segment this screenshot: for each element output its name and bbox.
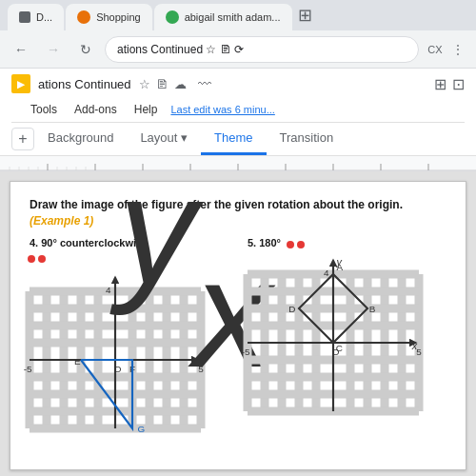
svg-text:G: G	[137, 423, 145, 433]
waveform-icon: 〰	[198, 76, 211, 91]
svg-text:O: O	[114, 363, 122, 373]
tab3-label: abigail smith adam...	[185, 11, 281, 23]
toolbar-add-btn[interactable]: +	[11, 128, 34, 150]
last-edit: Last edit was 6 minu...	[170, 104, 274, 115]
tab2-label: Shopping	[96, 11, 141, 23]
svg-text:C: C	[336, 343, 343, 353]
star-icon[interactable]: ☆	[139, 77, 150, 91]
ext-icons: CX ⋮	[425, 39, 468, 60]
slides-title-row: ▶ ations Continued ☆ 🖹 ☁ 〰 ⊞ ⊡	[11, 74, 465, 97]
svg-text:5: 5	[416, 346, 422, 356]
tab-layout[interactable]: Layout ▾	[127, 123, 201, 155]
browser-chrome: D... Shopping abigail smith adam... ⊞ ← …	[0, 0, 476, 476]
address-text: ations Continued ☆ 🖹 ⟳	[117, 43, 244, 56]
svg-text:4: 4	[324, 267, 329, 277]
tab3-favicon	[166, 10, 179, 24]
slides-header: ▶ ations Continued ☆ 🖹 ☁ 〰 ⊞ ⊡ Tools Add…	[0, 69, 476, 123]
forward-button[interactable]: →	[40, 36, 67, 63]
cx-icon: CX	[425, 39, 446, 60]
back-button[interactable]: ←	[8, 36, 34, 63]
address-bar[interactable]: ations Continued ☆ 🖹 ⟳	[105, 36, 419, 63]
tab-1[interactable]: D...	[8, 4, 64, 30]
tab-background[interactable]: Background	[34, 123, 127, 155]
tab2-favicon	[77, 10, 90, 24]
tab-more-icon: ⊞	[298, 5, 312, 26]
svg-text:-5: -5	[242, 346, 250, 356]
ruler: // Rendered inline below as static marks	[0, 156, 476, 171]
red-dot-1	[28, 255, 35, 263]
svg-text:-5: -5	[24, 363, 32, 373]
last-edit-link[interactable]: Last edit was 6 minu...	[170, 104, 274, 115]
svg-text:y: y	[109, 171, 205, 315]
graph-4-svg: x y -5 5 F O 4 E	[30, 269, 201, 450]
svg-text:E: E	[74, 356, 81, 367]
tab1-favicon	[19, 11, 30, 23]
tab-transition[interactable]: Transition	[267, 123, 347, 155]
right-controls: ⊞ ⊡	[434, 75, 465, 93]
tab-bar: D... Shopping abigail smith adam... ⊞	[0, 0, 476, 30]
grid-icon[interactable]: ⊞	[434, 75, 446, 93]
menu-addons[interactable]: Add-ons	[67, 99, 125, 120]
slides-app-icon: ▶	[11, 74, 30, 93]
graph-5-container: x y -5 5 O 4 A	[248, 252, 446, 437]
menu-help[interactable]: Help	[127, 99, 166, 120]
address-bar-row: ← → ↻ ations Continued ☆ 🖹 ⟳ CX ⋮	[0, 30, 476, 69]
svg-text:A: A	[337, 262, 344, 272]
graph-5-svg: x y -5 5 O 4 A	[248, 252, 419, 433]
problem-5-label: 5. 180°	[248, 237, 281, 248]
red-dot-4	[297, 241, 305, 248]
red-dot-3	[287, 241, 294, 248]
title-icons: ☆ 🖹 ☁	[139, 77, 187, 91]
svg-text:4: 4	[106, 284, 111, 294]
red-dots-p4	[28, 255, 46, 263]
main-content: Draw the image of the figure after the g…	[0, 171, 476, 476]
problem-5: 5. 180°	[248, 237, 446, 454]
red-dots-p5	[287, 241, 305, 248]
svg-text:B: B	[369, 303, 376, 313]
graph-4-container: x y -5 5 F O 4 E	[30, 269, 228, 454]
menu-icon[interactable]: ⋮	[447, 39, 468, 60]
svg-text:5: 5	[198, 363, 204, 373]
refresh-button[interactable]: ↻	[72, 36, 99, 63]
slide-tab-bar: + Background Layout ▾ Theme Transition	[0, 123, 476, 156]
share-icon[interactable]: ⊡	[452, 75, 465, 93]
slide-content: Draw the image of the figure after the g…	[10, 181, 466, 470]
menu-tools[interactable]: Tools	[23, 99, 65, 120]
tab-3[interactable]: abigail smith adam...	[154, 4, 292, 30]
folder-icon[interactable]: 🖹	[156, 77, 169, 91]
doc-title: ations Continued	[38, 77, 131, 91]
tab-theme[interactable]: Theme	[201, 123, 266, 155]
problems-row: 4. 90° counterclockwise	[30, 237, 446, 454]
slide-title: Draw the image of the figure after the g…	[30, 197, 446, 229]
svg-text:D: D	[288, 303, 295, 313]
menu-bar: Tools Add-ons Help Last edit was 6 minu.…	[11, 97, 465, 123]
tab-2[interactable]: Shopping	[66, 4, 152, 30]
tab1-label: D...	[36, 11, 52, 23]
red-dot-2	[38, 255, 46, 263]
cloud-icon[interactable]: ☁	[174, 77, 187, 91]
problem-4: 4. 90° counterclockwise	[30, 237, 228, 454]
